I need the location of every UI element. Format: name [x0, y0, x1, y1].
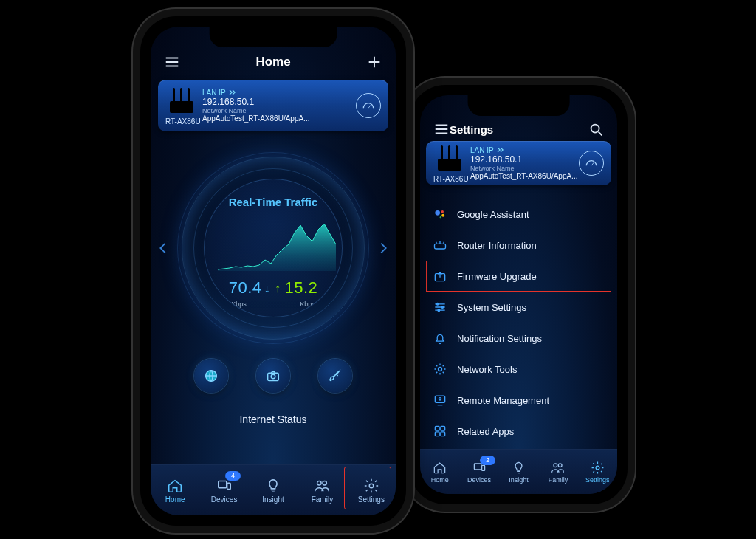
tab-devices[interactable]: 2 Devices — [459, 450, 498, 494]
traffic-sparkline — [218, 219, 336, 271]
chevrons-right-icon — [497, 147, 504, 153]
traffic-units: KbpsKbps — [205, 301, 342, 308]
lan-ip-value: 192.168.50.1 — [470, 154, 579, 165]
tab-family[interactable]: Family — [298, 465, 346, 515]
svg-point-17 — [441, 306, 444, 309]
camera-button[interactable] — [256, 359, 290, 393]
menu-button[interactable] — [432, 120, 451, 139]
chevrons-right-icon — [229, 89, 236, 95]
svg-point-19 — [439, 368, 442, 371]
svg-rect-4 — [218, 481, 226, 487]
gear-icon — [591, 461, 605, 475]
titlebar-home: Home — [151, 49, 396, 75]
router-card[interactable]: RT-AX86U LAN IP 192.168.50.1 Network Nam… — [158, 80, 388, 131]
svg-rect-22 — [435, 426, 439, 430]
row-google-assistant[interactable]: Google Assistant — [420, 199, 617, 230]
assistant-icon — [432, 206, 448, 222]
phone-settings: Settings RT-AX86U LAN IP 192.168.50.1 Ne… — [410, 85, 628, 504]
svg-point-16 — [436, 303, 439, 306]
svg-point-18 — [438, 309, 440, 312]
rocket-icon — [327, 368, 343, 384]
network-name-label: Network Name — [470, 165, 579, 173]
router-model: RT-AX86U — [165, 117, 202, 126]
network-name-value: AppAutoTest_RT-AX86U/AppA... — [470, 172, 579, 180]
row-system-settings[interactable]: System Settings — [420, 292, 617, 323]
phone-home: Home RT-AX86U LAN IP 192.168.50.1 Networ… — [140, 16, 406, 526]
phone-notch — [210, 27, 337, 47]
svg-point-28 — [554, 463, 557, 467]
page-title: Home — [151, 55, 396, 69]
row-label: Related Apps — [457, 426, 514, 437]
internet-button[interactable] — [194, 359, 228, 393]
gauge-icon — [584, 156, 599, 171]
devices-badge: 4 — [225, 471, 241, 481]
speedometer-button[interactable] — [579, 151, 604, 176]
row-network-tools[interactable]: Network Tools — [420, 354, 617, 385]
home-icon — [433, 461, 447, 475]
row-label: System Settings — [457, 302, 526, 313]
row-label: Notification Settings — [457, 333, 542, 344]
phone-notch — [467, 95, 570, 116]
svg-rect-5 — [227, 483, 230, 489]
network-name-label: Network Name — [202, 107, 356, 115]
router-card[interactable]: RT-AX86U LAN IP 192.168.50.1 Network Nam… — [426, 141, 611, 185]
tab-insight[interactable]: Insight — [249, 465, 298, 515]
tab-insight[interactable]: Insight — [499, 450, 538, 494]
router-model: RT-AX86U — [433, 175, 470, 183]
globe-icon — [203, 368, 219, 384]
tab-home[interactable]: Home — [151, 465, 199, 515]
tab-devices[interactable]: 4 Devices — [199, 465, 248, 515]
prev-button[interactable] — [155, 240, 171, 256]
next-button[interactable] — [375, 240, 391, 256]
speedometer-button[interactable] — [356, 93, 381, 118]
dial-inner: Real-Time Traffic 70.4↓↑15.2 KbpsKbps — [204, 179, 343, 317]
row-firmware-upgrade[interactable]: Firmware Upgrade — [420, 261, 617, 292]
traffic-dial: Real-Time Traffic 70.4↓↑15.2 KbpsKbps — [177, 152, 369, 344]
camera-icon — [265, 368, 281, 384]
apps-icon — [432, 423, 448, 439]
row-label: Remote Management — [457, 395, 549, 406]
router-info-icon — [432, 237, 448, 253]
traffic-values: 70.4↓↑15.2 — [205, 278, 342, 298]
family-icon — [551, 461, 565, 475]
svg-point-12 — [441, 214, 444, 217]
settings-list: Google Assistant Router Information Firm… — [420, 199, 617, 444]
svg-rect-20 — [435, 396, 444, 402]
internet-status-label: Internet Status — [151, 413, 396, 425]
screen-settings: Settings RT-AX86U LAN IP 192.168.50.1 Ne… — [420, 95, 617, 494]
svg-point-6 — [317, 481, 322, 485]
quick-actions — [151, 359, 396, 393]
down-arrow-icon: ↓ — [264, 282, 271, 295]
bottom-nav-settings: Home 2 Devices Insight Family Sett — [420, 449, 617, 494]
svg-rect-25 — [441, 432, 445, 436]
dial-title: Real-Time Traffic — [205, 196, 342, 208]
devices-badge: 2 — [480, 456, 495, 465]
row-router-information[interactable]: Router Information — [420, 230, 617, 261]
svg-rect-23 — [441, 426, 445, 430]
gear-icon — [363, 478, 379, 494]
titlebar-settings: Settings — [420, 116, 617, 143]
bottom-nav-home: Home 4 Devices Insight Family Sett — [151, 464, 396, 515]
gear-tools-icon — [432, 361, 448, 377]
tab-settings[interactable]: Settings — [578, 450, 617, 494]
svg-point-7 — [323, 481, 327, 485]
plus-icon — [366, 54, 382, 70]
svg-point-13 — [440, 216, 441, 218]
row-related-apps[interactable]: Related Apps — [420, 416, 617, 444]
svg-point-9 — [591, 125, 599, 133]
add-button[interactable] — [365, 52, 384, 72]
speedtest-button[interactable] — [318, 359, 352, 393]
up-arrow-icon: ↑ — [275, 282, 281, 295]
search-icon — [588, 121, 604, 137]
download-value: 70.4 — [229, 278, 262, 297]
search-button[interactable] — [586, 120, 605, 139]
svg-point-10 — [435, 210, 440, 216]
tab-settings[interactable]: Settings — [347, 465, 396, 515]
tab-family[interactable]: Family — [538, 450, 577, 494]
bulb-icon — [265, 478, 281, 494]
router-icon — [433, 144, 466, 174]
row-notification-settings[interactable]: Notification Settings — [420, 323, 617, 354]
row-remote-management[interactable]: Remote Management — [420, 385, 617, 416]
tab-home[interactable]: Home — [420, 450, 459, 494]
sliders-icon — [432, 299, 448, 315]
